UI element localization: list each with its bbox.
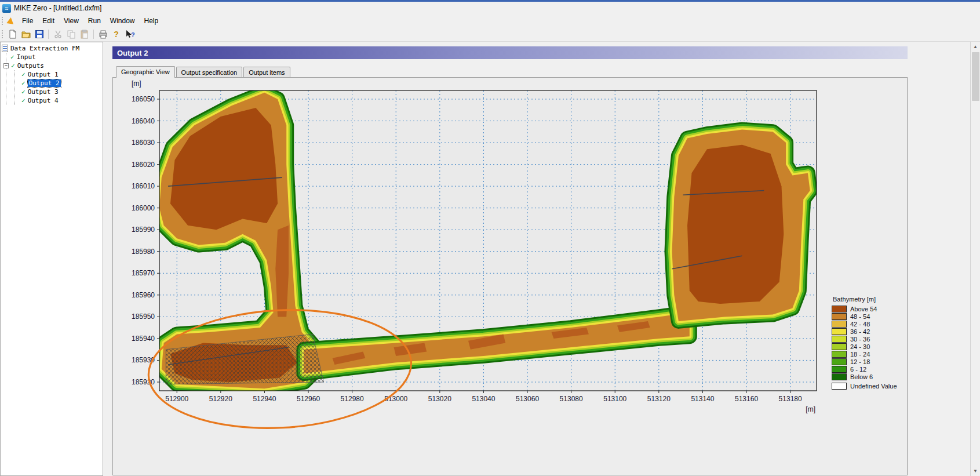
check-icon: ✓ <box>21 79 25 87</box>
tree-item-output-3[interactable]: ✓ Output 3 <box>21 88 101 96</box>
tab-output-specification[interactable]: Output specification <box>176 67 243 77</box>
svg-text:186010: 186010 <box>132 182 155 190</box>
page-title: Output 2 <box>117 49 148 57</box>
legend-swatch <box>832 351 847 358</box>
legend-swatch <box>832 343 847 350</box>
document-icon <box>2 45 8 52</box>
legend-entry: 48 - 54 <box>832 313 897 320</box>
print-icon <box>99 30 108 39</box>
legend-swatch <box>832 383 847 390</box>
scroll-down-icon[interactable]: ▼ <box>971 466 980 476</box>
legend-entry: 36 - 42 <box>832 328 897 335</box>
scroll-up-icon[interactable]: ▲ <box>971 42 980 52</box>
svg-text:185940: 185940 <box>132 335 155 343</box>
open-button[interactable] <box>19 28 32 41</box>
menu-edit[interactable]: Edit <box>38 16 59 26</box>
svg-text:513180: 513180 <box>779 395 802 403</box>
app-body: Data Extraction FM ✓ Input − ✓ Outputs ✓… <box>0 42 980 476</box>
svg-text:513080: 513080 <box>560 395 583 403</box>
legend-entry: 30 - 36 <box>832 335 897 343</box>
menu-file[interactable]: File <box>17 16 38 26</box>
open-folder-icon <box>21 30 31 39</box>
legend-label: 6 - 12 <box>850 366 866 373</box>
help-button[interactable]: ? <box>110 28 123 41</box>
legend-entry: Above 54 <box>832 305 897 313</box>
new-document-button[interactable] <box>6 28 19 41</box>
menu-help[interactable]: Help <box>140 16 163 26</box>
svg-text:[m]: [m] <box>806 405 815 413</box>
document-header: Output 2 <box>112 46 908 59</box>
collapse-expander-icon[interactable]: − <box>3 63 9 68</box>
new-document-icon <box>8 30 17 39</box>
legend-label: Below 6 <box>850 373 873 380</box>
svg-text:185950: 185950 <box>132 313 155 321</box>
menu-window[interactable]: Window <box>105 16 140 26</box>
svg-text:513160: 513160 <box>735 395 758 403</box>
legend-entry: 18 - 24 <box>832 350 897 358</box>
legend-label: Undefined Value <box>850 383 897 390</box>
scroll-thumb[interactable] <box>972 52 979 101</box>
tree-item-output-4[interactable]: ✓ Output 4 <box>21 96 101 105</box>
save-button[interactable] <box>32 28 46 41</box>
toolbar-grip <box>2 17 3 25</box>
svg-text:186040: 186040 <box>132 117 155 125</box>
legend-entry: Below 6 <box>832 373 897 380</box>
legend-entry: Undefined Value <box>832 382 897 390</box>
vertical-scrollbar[interactable]: ▲ ▼ <box>970 42 980 476</box>
legend-entries: Above 5448 - 5442 - 4836 - 4230 - 3624 -… <box>832 305 897 390</box>
check-icon: ✓ <box>21 97 25 104</box>
svg-text:186020: 186020 <box>132 161 155 169</box>
legend-entry: 42 - 48 <box>832 320 897 328</box>
print-button[interactable] <box>96 28 110 41</box>
menu-view[interactable]: View <box>59 16 83 26</box>
copy-button[interactable] <box>64 28 78 41</box>
svg-text:186000: 186000 <box>132 204 155 212</box>
panel-splitter[interactable] <box>103 42 112 476</box>
svg-text:185970: 185970 <box>132 269 155 277</box>
svg-text:512920: 512920 <box>209 395 232 403</box>
context-help-button[interactable]: ? <box>123 28 136 41</box>
svg-text:513100: 513100 <box>603 395 626 403</box>
svg-text:185980: 185980 <box>132 248 155 256</box>
menu-run[interactable]: Run <box>83 16 105 26</box>
app-icon: ≈ <box>2 4 11 13</box>
svg-text:[m]: [m] <box>132 79 141 88</box>
svg-text:513140: 513140 <box>691 395 714 403</box>
cut-button[interactable] <box>51 28 64 41</box>
svg-text:513060: 513060 <box>516 395 539 403</box>
copy-icon <box>67 30 76 39</box>
bathymetry-map[interactable]: 5129005129205129405129605129805130005130… <box>114 79 827 434</box>
check-icon: ✓ <box>11 62 15 70</box>
legend-swatch <box>832 373 847 380</box>
mike-zero-window: ≈ MIKE Zero - [Untitled1.dxfm] File Edit… <box>0 0 980 476</box>
paste-button[interactable] <box>78 28 91 41</box>
legend-swatch <box>832 313 847 320</box>
svg-text:186050: 186050 <box>132 95 155 103</box>
project-tree: Data Extraction FM ✓ Input − ✓ Outputs ✓… <box>0 42 103 476</box>
toolbar-separator <box>48 30 49 39</box>
svg-text:?: ? <box>131 31 135 38</box>
tab-output-items[interactable]: Output items <box>243 67 290 77</box>
svg-text:185990: 185990 <box>132 226 155 234</box>
svg-text:512980: 512980 <box>341 395 364 403</box>
tree-item-input[interactable]: ✓ Input <box>10 53 101 61</box>
legend: Bathymetry [m] Above 5448 - 5442 - 4836 … <box>832 296 897 390</box>
toolbar: ? ? <box>0 27 980 42</box>
tree-root-label: Data Extraction FM <box>10 45 79 52</box>
check-icon: ✓ <box>10 53 14 61</box>
svg-text:185960: 185960 <box>132 291 155 299</box>
paste-icon <box>80 30 89 39</box>
legend-label: 24 - 30 <box>850 343 870 350</box>
tree-item-output-1[interactable]: ✓ Output 1 <box>21 70 101 79</box>
svg-text:512960: 512960 <box>297 395 320 403</box>
selected-tree-item-label: Output 2 <box>28 79 61 87</box>
tree-root-item[interactable]: Data Extraction FM <box>2 44 101 53</box>
toolbar-separator <box>93 30 94 39</box>
legend-label: 36 - 42 <box>850 328 870 335</box>
tree-item-outputs[interactable]: − ✓ Outputs <box>10 61 101 70</box>
tab-geographic-view[interactable]: Geographic View <box>116 66 175 78</box>
tab-strip: Geographic View Output specification Out… <box>112 66 908 77</box>
cut-icon <box>53 30 63 39</box>
svg-text:513120: 513120 <box>647 395 671 403</box>
tree-item-output-2[interactable]: ✓ Output 2 <box>21 79 101 88</box>
